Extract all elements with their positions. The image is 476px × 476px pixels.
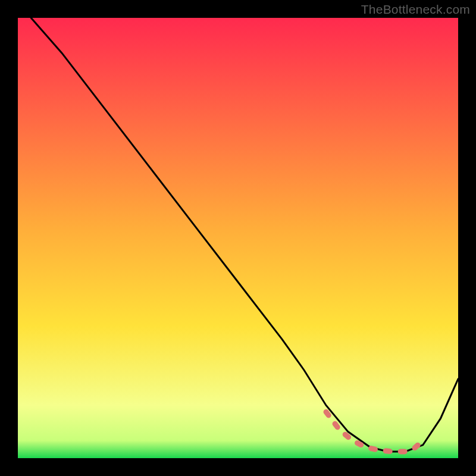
plot-area (18, 18, 458, 458)
watermark-text: TheBottleneck.com (361, 2, 470, 17)
bottleneck-chart (18, 18, 458, 458)
gradient-background (18, 18, 458, 458)
chart-frame: TheBottleneck.com (0, 0, 476, 476)
